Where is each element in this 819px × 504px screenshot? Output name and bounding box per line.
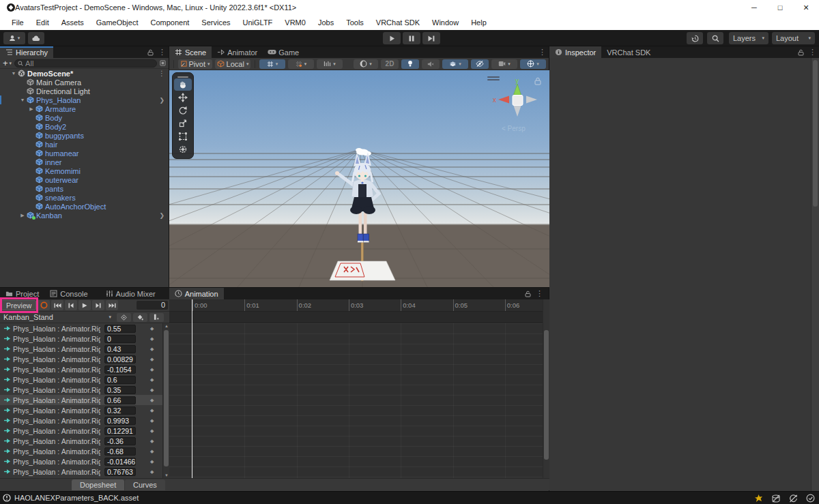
property-value-field[interactable]: 0.12291	[104, 427, 136, 435]
menu-assets[interactable]: Assets	[55, 15, 90, 30]
layers-dropdown[interactable]: Layers▾	[729, 32, 768, 44]
add-keyframe-button[interactable]	[133, 313, 147, 322]
debugger-icon[interactable]	[754, 494, 763, 503]
hierarchy-item-directional-light[interactable]: Directional Light	[0, 87, 169, 95]
animated-property-row[interactable]: Phys_Haolan : Animator.Rig-0.01466◆	[0, 456, 162, 466]
property-value-field[interactable]: -0.01466	[104, 458, 136, 466]
property-value-field[interactable]: 0	[104, 335, 136, 343]
scene-options-icon[interactable]: ⋮	[158, 70, 165, 77]
disclosure-triangle-icon[interactable]: ▶	[18, 213, 27, 218]
keyframe-diamond-icon[interactable]: ◆	[150, 398, 154, 403]
prev-key-button[interactable]	[65, 300, 77, 310]
timeline-ruler[interactable]: 0:000:010:020:030:040:050:06	[169, 299, 543, 312]
property-value-field[interactable]: 0.32	[104, 406, 136, 415]
cloud-button[interactable]	[28, 32, 44, 44]
lock-icon[interactable]	[147, 49, 154, 56]
hierarchy-item-body[interactable]: Body	[0, 113, 169, 122]
filter-by-selection-button[interactable]	[117, 313, 131, 322]
hand-tool-button[interactable]	[174, 78, 192, 91]
2d-toggle[interactable]: 2D	[381, 59, 399, 69]
overlay-drag-handle[interactable]	[177, 76, 188, 78]
hierarchy-item-body2[interactable]: Body2	[0, 122, 169, 131]
hierarchy-item-hair[interactable]: hair	[0, 140, 169, 149]
property-value-field[interactable]: -0.36	[104, 437, 136, 445]
menu-tools[interactable]: Tools	[340, 15, 370, 30]
shading-mode-dropdown[interactable]: ▾	[354, 59, 378, 69]
property-value-field[interactable]: 0.66	[104, 396, 136, 404]
scene-visibility-toggle[interactable]	[471, 59, 489, 69]
animated-property-row[interactable]: Phys_Haolan : Animator.Rig0.76763◆	[0, 466, 162, 477]
timeline-playhead[interactable]	[192, 299, 192, 478]
menu-services[interactable]: Services	[195, 15, 236, 30]
move-tool-button[interactable]	[174, 91, 192, 104]
clip-dropdown[interactable]: Kanban_Stand▾	[0, 312, 115, 323]
property-value-field[interactable]: 0.6	[104, 376, 136, 384]
animated-property-row[interactable]: Phys_Haolan : Animator.Rig-0.68◆	[0, 446, 162, 456]
tab-animation[interactable]: Animation	[169, 288, 224, 299]
pivot-dropdown[interactable]: Pivot▾	[178, 59, 212, 69]
disclosure-triangle-icon[interactable]: ▼	[18, 98, 27, 102]
hierarchy-search-input[interactable]: All	[14, 59, 157, 68]
snap-settings-button[interactable]: ▾	[317, 59, 343, 69]
hierarchy-item-autoanchorobject[interactable]: AutoAnchorObject	[0, 202, 169, 211]
property-value-field[interactable]: 0.35	[104, 386, 136, 394]
property-value-field[interactable]: -0.68	[104, 447, 136, 456]
lighting-toggle[interactable]	[401, 59, 419, 69]
create-object-button[interactable]: +▾	[3, 58, 12, 68]
property-value-field[interactable]: 0.00829	[104, 355, 136, 364]
rotate-tool-button[interactable]	[174, 104, 192, 117]
menu-component[interactable]: Component	[144, 15, 195, 30]
hierarchy-item-outerwear[interactable]: outerwear	[0, 175, 169, 184]
scale-tool-button[interactable]	[174, 117, 192, 130]
animated-property-row[interactable]: Phys_Haolan : Animator.Rig-0.36◆	[0, 436, 162, 446]
minimize-button[interactable]: ─	[741, 0, 767, 15]
inspector-scrollbar[interactable]	[811, 58, 819, 491]
keyframe-diamond-icon[interactable]: ◆	[150, 357, 154, 362]
animated-property-row[interactable]: Phys_Haolan : Animator.Rig0.9993◆	[0, 415, 162, 426]
status-message[interactable]: HAOLANEXParameters_BACK.asset	[14, 494, 139, 502]
close-button[interactable]: ×	[793, 0, 819, 15]
rect-tool-button[interactable]	[174, 130, 192, 143]
refresh-disabled-icon[interactable]	[789, 494, 798, 503]
inspector-menu-icon[interactable]: ⋮	[809, 48, 816, 57]
hierarchy-item-armature[interactable]: ▶Armature	[0, 104, 169, 113]
record-button[interactable]	[38, 300, 50, 310]
animation-menu-icon[interactable]: ⋮	[536, 289, 543, 298]
increment-snap-toggle[interactable]: ▾	[288, 59, 314, 69]
animated-property-row[interactable]: Phys_Haolan : Animator.Rig0.66◆	[0, 395, 162, 405]
search-button[interactable]	[707, 32, 723, 44]
audio-toggle[interactable]	[422, 59, 440, 69]
tab-vrchat-sdk[interactable]: VRChat SDK	[601, 46, 656, 58]
animated-property-row[interactable]: Phys_Haolan : Animator.Rig0.6◆	[0, 374, 162, 385]
keyframe-diamond-icon[interactable]: ◆	[150, 439, 154, 444]
undo-history-button[interactable]	[687, 32, 703, 44]
open-prefab-chevron-icon[interactable]: ❯	[159, 212, 164, 219]
dopesheet-area[interactable]	[169, 323, 543, 478]
keyframe-diamond-icon[interactable]: ◆	[150, 387, 154, 393]
disclosure-triangle-icon[interactable]: ▼	[10, 71, 18, 76]
keyframe-diamond-icon[interactable]: ◆	[150, 336, 154, 342]
scene-viewport[interactable]: y x < Persp	[169, 70, 549, 287]
open-prefab-chevron-icon[interactable]: ❯	[159, 97, 164, 104]
property-value-field[interactable]: 0.9993	[104, 417, 136, 425]
animated-property-row[interactable]: Phys_Haolan : Animator.Rig0.55◆	[0, 323, 162, 333]
property-value-field[interactable]: -0.1054	[104, 366, 136, 374]
keyframe-diamond-icon[interactable]: ◆	[150, 428, 154, 434]
animated-property-row[interactable]: Phys_Haolan : Animator.Rig0.43◆	[0, 344, 162, 354]
play-button[interactable]	[383, 32, 401, 44]
menu-jobs[interactable]: Jobs	[312, 15, 340, 30]
disclosure-triangle-icon[interactable]: ▶	[27, 106, 35, 112]
hierarchy-item-buggypants[interactable]: buggypants	[0, 131, 169, 140]
dopesheet-tab-button[interactable]: Dopesheet	[72, 479, 124, 490]
animated-property-row[interactable]: Phys_Haolan : Animator.Rig0.00829◆	[0, 354, 162, 364]
animated-property-row[interactable]: Phys_Haolan : Animator.Rig0.12291◆	[0, 426, 162, 436]
dopesheet-scrollbar[interactable]	[543, 299, 549, 478]
grid-snap-toggle[interactable]: ▾	[259, 59, 285, 69]
hierarchy-item-inner[interactable]: inner	[0, 158, 169, 166]
keyframe-diamond-icon[interactable]: ◆	[150, 346, 154, 352]
animated-property-row[interactable]: Phys_Haolan : Animator.Rig0.35◆	[0, 385, 162, 395]
tab-inspector[interactable]: Inspector	[549, 46, 601, 58]
next-key-button[interactable]	[92, 300, 104, 310]
hierarchy-item-sneakers[interactable]: sneakers	[0, 193, 169, 202]
property-value-field[interactable]: 0.43	[104, 345, 136, 353]
